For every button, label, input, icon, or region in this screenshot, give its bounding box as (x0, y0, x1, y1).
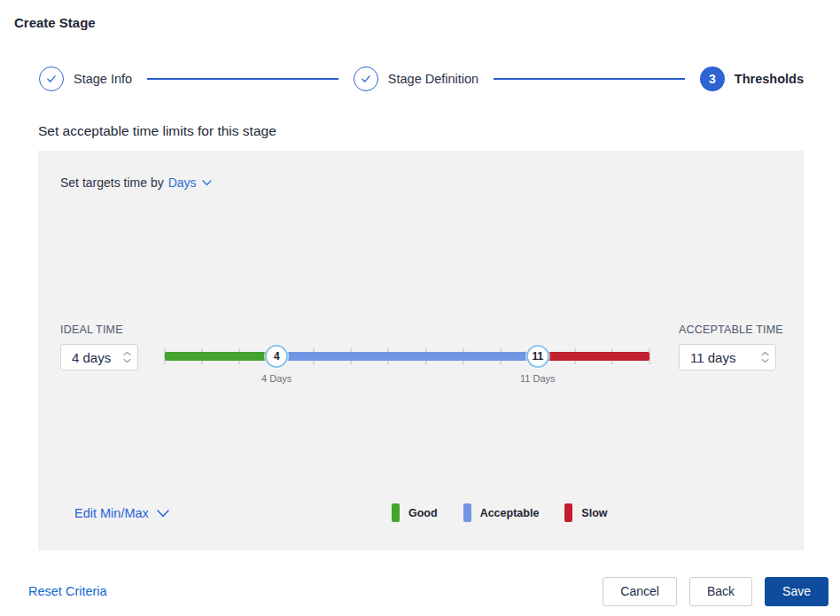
legend-item-good: Good (392, 503, 438, 522)
create-stage-page: Create Stage Stage Info Stage Definition… (0, 0, 840, 616)
cancel-button[interactable]: Cancel (603, 577, 677, 606)
acceptable-slider-handle[interactable]: 11 11 Days (526, 345, 549, 368)
legend-label: Good (408, 507, 438, 519)
chevron-up-icon[interactable] (123, 352, 131, 356)
acceptable-handle-value: 11 (532, 350, 543, 363)
edit-minmax-link[interactable]: Edit Min/Max (74, 506, 169, 520)
ideal-time-label: IDEAL TIME (60, 324, 123, 336)
target-time-unit-dropdown[interactable]: Days (168, 175, 197, 190)
good-color-swatch (392, 503, 400, 522)
chevron-down-icon (157, 510, 169, 518)
ideal-time-stepper[interactable] (123, 352, 131, 363)
step-thresholds[interactable]: 3 Thresholds (700, 66, 804, 91)
stepper-connector (494, 78, 685, 80)
target-time-by-label: Set targets time by (60, 175, 164, 190)
footer-bar: Reset Criteria Cancel Back Save (28, 576, 828, 606)
ideal-time-input-box (60, 344, 138, 370)
slow-color-swatch (564, 503, 572, 522)
acceptable-time-stepper[interactable] (761, 352, 769, 363)
step-label: Stage Definition (388, 72, 478, 86)
edit-minmax-label: Edit Min/Max (74, 506, 149, 520)
slider-rail[interactable] (165, 352, 649, 361)
wizard-stepper: Stage Info Stage Definition 3 Thresholds (39, 66, 804, 91)
acceptable-color-swatch (463, 503, 471, 522)
slider-segment-acceptable (276, 352, 538, 361)
acceptable-time-input-box (679, 344, 776, 370)
chevron-down-icon[interactable] (123, 359, 131, 363)
save-button[interactable]: Save (765, 577, 828, 606)
legend-item-acceptable: Acceptable (463, 503, 540, 522)
step-stage-info[interactable]: Stage Info (39, 66, 132, 91)
step-label: Stage Info (74, 72, 132, 86)
ideal-slider-handle[interactable]: 4 4 Days (265, 345, 288, 368)
acceptable-handle-label: 11 Days (520, 373, 556, 384)
step-label: Thresholds (735, 72, 804, 86)
legend-item-slow: Slow (564, 503, 607, 522)
chevron-up-icon[interactable] (761, 352, 769, 356)
footer-buttons: Cancel Back Save (603, 577, 828, 606)
step-stage-definition[interactable]: Stage Definition (354, 66, 478, 91)
ideal-handle-label: 4 Days (261, 373, 292, 384)
stepper-connector (147, 78, 338, 80)
slider-segment-slow (538, 352, 649, 361)
threshold-slider[interactable]: 4 4 Days 11 11 Days (165, 345, 649, 368)
slider-legend: Good Acceptable Slow (392, 503, 608, 522)
legend-label: Slow (581, 507, 607, 519)
reset-criteria-link[interactable]: Reset Criteria (28, 584, 107, 598)
target-time-by-row: Set targets time by Days (60, 175, 212, 190)
chevron-down-icon[interactable] (202, 180, 212, 186)
thresholds-panel: Set targets time by Days IDEAL TIME 4 4 … (38, 151, 804, 550)
legend-label: Acceptable (480, 507, 540, 519)
section-heading: Set acceptable time limits for this stag… (38, 123, 276, 139)
chevron-down-icon[interactable] (761, 359, 769, 363)
slider-segment-good (165, 352, 276, 361)
ideal-handle-value: 4 (274, 350, 280, 363)
check-circle-icon (354, 66, 378, 91)
page-title: Create Stage (14, 15, 96, 30)
back-button[interactable]: Back (689, 577, 752, 606)
check-circle-icon (39, 66, 64, 91)
step-number-badge: 3 (700, 66, 725, 91)
acceptable-time-label: ACCEPTABLE TIME (679, 324, 783, 336)
